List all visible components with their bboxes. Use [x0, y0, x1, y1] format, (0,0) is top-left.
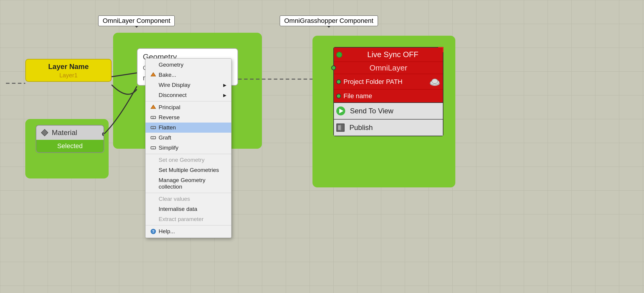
menu-sep-4 — [146, 225, 231, 225]
publish-book-icon — [336, 123, 345, 132]
svg-text:F: F — [152, 127, 154, 130]
set-multiple-icon — [150, 167, 156, 173]
project-folder-row[interactable]: Project Folder PATH — [334, 74, 443, 89]
context-menu[interactable]: Geometry Bake... Wire Display ▶ Disconne… — [145, 58, 232, 238]
menu-item-help[interactable]: ? Help... — [146, 226, 231, 236]
send-to-view-label: Send To View — [350, 107, 393, 115]
cloud-icon — [429, 77, 440, 86]
material-node[interactable]: Material Selected — [36, 125, 104, 153]
principal-icon — [150, 104, 156, 110]
publish-label: Publish — [349, 123, 373, 132]
flatten-icon: F — [150, 125, 156, 131]
send-to-view-play-icon — [336, 106, 345, 115]
omni-layer-tooltip: OmniLayer Component — [98, 15, 175, 26]
set-one-icon — [150, 157, 156, 163]
clear-icon — [150, 196, 156, 202]
svg-text:G: G — [152, 137, 154, 140]
project-folder-label: Project Folder PATH — [343, 78, 429, 86]
omni-layer-text: OmniLayer — [336, 63, 440, 73]
material-header: Material — [36, 126, 104, 140]
bake-icon — [150, 72, 156, 78]
menu-item-graft[interactable]: G Graft — [146, 133, 231, 143]
menu-item-flatten[interactable]: F Flatten — [146, 123, 231, 133]
extract-icon — [150, 216, 156, 222]
graft-icon: G — [150, 135, 156, 141]
wire-display-icon — [150, 82, 156, 88]
svg-rect-19 — [41, 129, 48, 136]
material-out-connector — [102, 132, 104, 136]
menu-item-internalise[interactable]: Internalise data — [146, 204, 231, 214]
menu-item-extract: Extract parameter — [146, 214, 231, 224]
manage-icon — [150, 181, 156, 187]
omni-layer-label-row: OmniLayer — [334, 62, 443, 74]
omni-layer-connector — [331, 65, 336, 70]
submenu-arrow-2: ▶ — [223, 93, 226, 98]
file-name-connector — [336, 94, 341, 98]
menu-item-principal[interactable]: Principal — [146, 102, 231, 112]
internalise-icon — [150, 206, 156, 212]
menu-item-simplify[interactable]: S Simplify — [146, 143, 231, 153]
live-sync-label: Live Sync OFF — [345, 50, 440, 59]
project-folder-connector — [336, 79, 341, 84]
geometry-icon — [150, 62, 156, 68]
file-name-row[interactable]: File name — [334, 89, 443, 102]
svg-text:R: R — [152, 117, 154, 120]
help-icon: ? — [150, 228, 156, 234]
material-title: Material — [52, 129, 77, 137]
submenu-arrow: ▶ — [223, 83, 226, 87]
menu-item-clear: Clear values — [146, 194, 231, 204]
svg-marker-1 — [151, 105, 156, 109]
menu-item-disconnect[interactable]: Disconnect ▶ — [146, 90, 231, 100]
live-sync-row[interactable]: Live Sync OFF — [334, 48, 443, 62]
svg-point-15 — [432, 79, 438, 84]
file-name-label: File name — [343, 92, 440, 100]
disconnect-icon — [150, 92, 156, 98]
menu-item-set-one: Set one Geometry — [146, 155, 231, 165]
simplify-icon: S — [150, 145, 156, 151]
menu-sep-1 — [146, 101, 231, 101]
menu-item-set-multiple[interactable]: Set Multiple Geometries — [146, 165, 231, 175]
svg-text:?: ? — [152, 230, 154, 234]
layer-name-title: Layer Name — [48, 62, 89, 71]
svg-marker-0 — [151, 73, 156, 76]
menu-item-geometry[interactable]: Geometry — [146, 60, 231, 70]
layer-name-node[interactable]: Layer Name Layer1 — [25, 59, 112, 82]
material-selected-label: Selected — [36, 140, 104, 152]
svg-text:S: S — [152, 147, 154, 150]
material-diamond-icon — [40, 129, 49, 137]
menu-item-manage[interactable]: Manage Geometry collection — [146, 175, 231, 192]
omni-gh-tooltip: OmniGrasshopper Component — [280, 15, 378, 26]
omni-gh-panel[interactable]: Live Sync OFF OmniLayer Project Folder P… — [333, 47, 443, 136]
live-sync-dot — [336, 52, 342, 58]
menu-sep-3 — [146, 193, 231, 193]
layer-name-value: Layer1 — [59, 72, 77, 79]
menu-item-wire-display[interactable]: Wire Display ▶ — [146, 80, 231, 90]
publish-row[interactable]: Publish — [334, 119, 443, 136]
send-to-view-row[interactable]: Send To View — [334, 102, 443, 119]
reverse-icon: R — [150, 115, 156, 120]
menu-sep-2 — [146, 154, 231, 154]
menu-item-reverse[interactable]: R Reverse — [146, 112, 231, 123]
menu-item-bake[interactable]: Bake... — [146, 70, 231, 80]
